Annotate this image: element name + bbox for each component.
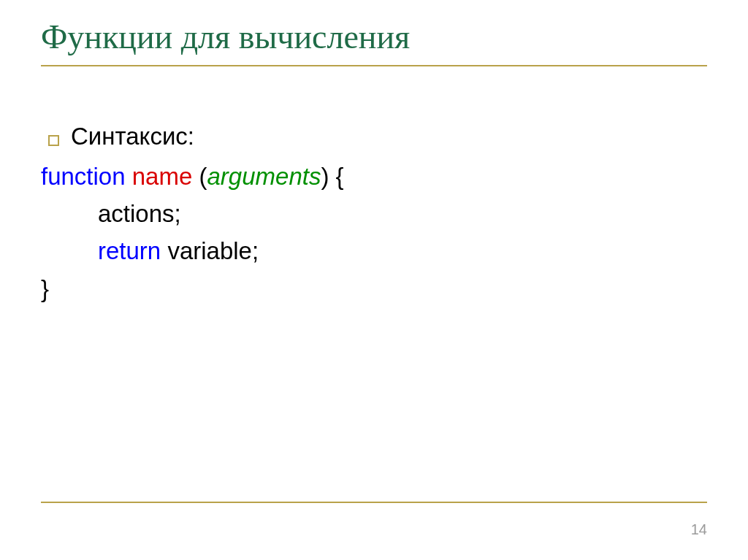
code-block: function name (arguments) { actions; ret… (41, 158, 707, 307)
keyword-function: function (41, 163, 126, 190)
keyword-return: return (98, 237, 161, 264)
code-name: name (132, 163, 193, 190)
slide-title: Функции для вычисления (41, 18, 707, 62)
page-number: 14 (691, 521, 707, 538)
code-line-4: } (41, 270, 707, 307)
brace-close: } (41, 275, 49, 302)
code-line-3: return variable; (41, 232, 707, 269)
slide: Функции для вычисления Синтаксис: functi… (0, 0, 748, 560)
bullet-item: Синтаксис: (48, 118, 707, 155)
code-line-1: function name (arguments) { (41, 158, 707, 195)
code-arguments: arguments (207, 163, 321, 190)
bullet-label: Синтаксис: (71, 118, 194, 155)
slide-body: Синтаксис: function name (arguments) { a… (41, 118, 707, 307)
paren-close-brace: ) { (321, 163, 343, 190)
paren-open: ( (199, 163, 207, 190)
footer-divider (41, 502, 707, 503)
code-line-2: actions; (41, 195, 707, 232)
square-bullet-icon (48, 135, 59, 146)
title-divider (41, 65, 707, 66)
code-variable: variable; (167, 237, 259, 264)
code-actions: actions; (98, 200, 181, 227)
